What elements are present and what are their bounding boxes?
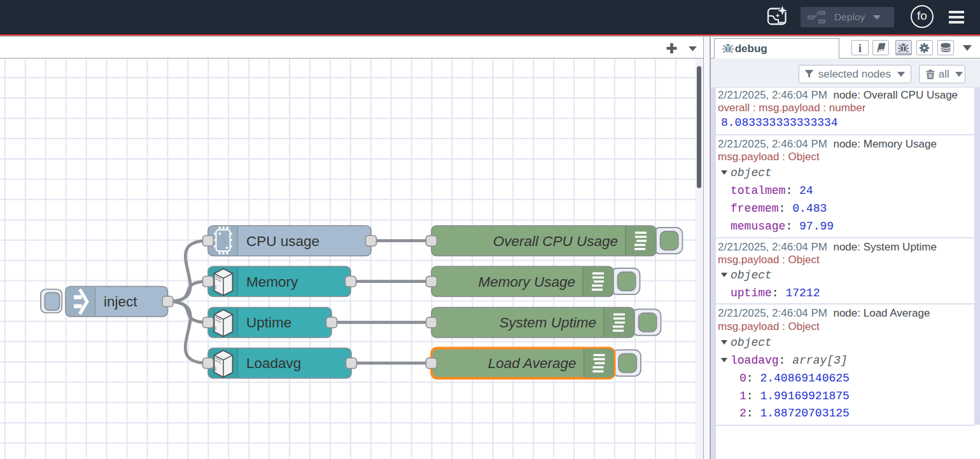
svg-text:Loadavg: Loadavg — [246, 355, 301, 371]
svg-text:Uptime: Uptime — [246, 315, 291, 331]
svg-text:Memory: Memory — [246, 274, 298, 290]
svg-text:Load Average: Load Average — [488, 355, 577, 371]
svg-text:Memory Usage: Memory Usage — [478, 274, 575, 290]
svg-text:CPU usage: CPU usage — [246, 233, 319, 249]
svg-text:inject: inject — [104, 294, 137, 310]
svg-text:Overall CPU Usage: Overall CPU Usage — [493, 233, 618, 249]
svg-text:System Uptime: System Uptime — [499, 315, 596, 331]
